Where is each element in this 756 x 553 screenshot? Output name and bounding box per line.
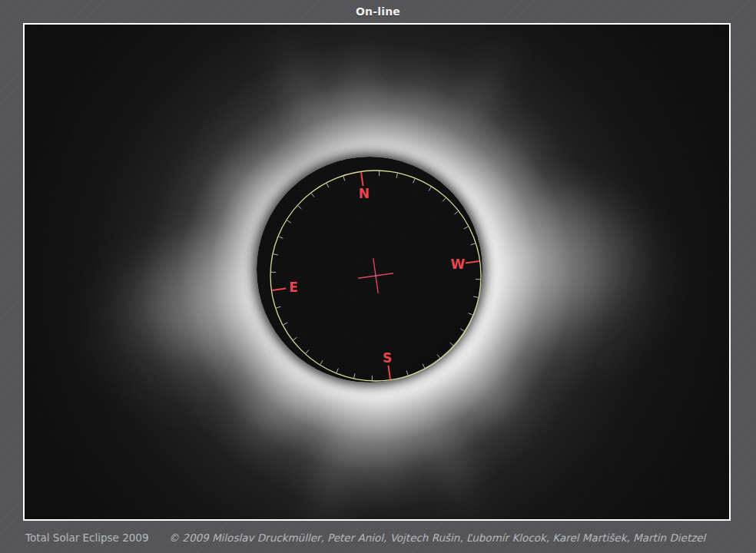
tick-mark xyxy=(354,373,355,378)
tick-mark xyxy=(293,337,297,340)
corona-streamer xyxy=(331,48,478,287)
compass-label-n: N xyxy=(359,186,370,201)
tick-mark xyxy=(278,237,283,238)
tick-mark xyxy=(423,364,425,369)
compass-ticks xyxy=(271,171,481,381)
corona-streamer xyxy=(54,196,323,442)
compass-label-w: W xyxy=(451,257,466,272)
compass-overlay: NWES xyxy=(25,25,729,519)
tick-mark xyxy=(306,350,309,354)
title-bar: On-line xyxy=(0,0,756,23)
cardinal-tick xyxy=(361,172,363,186)
status-bar: Total Solar Eclipse 2009 © 2009 Miloslav… xyxy=(25,522,741,553)
tick-mark xyxy=(469,313,473,315)
tick-mark xyxy=(413,178,415,183)
corona-streamer xyxy=(310,270,449,505)
vignette xyxy=(25,25,729,519)
corona-streamer xyxy=(193,234,426,487)
tick-mark xyxy=(273,254,277,255)
moon-disk xyxy=(257,157,482,382)
tick-mark xyxy=(320,360,323,365)
compass-cardinals: NWES xyxy=(272,172,479,379)
corona-streamer xyxy=(379,343,505,521)
cross-line xyxy=(358,273,393,278)
tick-mark xyxy=(454,211,458,214)
tick-mark xyxy=(471,243,476,245)
tick-mark xyxy=(283,323,287,325)
tick-mark xyxy=(298,206,302,209)
tick-mark xyxy=(464,227,469,229)
corona-streamer xyxy=(321,156,659,376)
corona-streamer xyxy=(284,359,390,521)
tick-mark xyxy=(460,329,465,331)
corona-streamer xyxy=(329,87,577,326)
tick-mark xyxy=(443,198,446,202)
tick-mark xyxy=(406,371,408,376)
corona-streamer xyxy=(445,161,691,391)
cardinal-tick xyxy=(388,366,390,379)
tick-mark xyxy=(311,193,314,197)
corona-streamer xyxy=(335,235,563,463)
corona-streamer xyxy=(247,23,373,209)
film-grain xyxy=(25,25,729,519)
tick-mark xyxy=(343,176,345,180)
window-title: On-line xyxy=(356,5,400,18)
tick-mark xyxy=(429,187,431,191)
limb-circle xyxy=(270,171,481,381)
tick-mark xyxy=(276,306,280,308)
tick-mark xyxy=(473,296,478,297)
tick-mark xyxy=(337,369,338,373)
tick-mark xyxy=(437,354,440,358)
cardinal-tick xyxy=(466,261,479,263)
cross-center-dot xyxy=(375,275,377,277)
application-window: On-line NWES Total Solar Eclipse 2009 © … xyxy=(0,0,756,553)
compass-label-e: E xyxy=(289,280,298,295)
corona-streamer xyxy=(306,41,426,280)
corona-glow xyxy=(23,23,731,521)
corona-streamers xyxy=(25,25,729,519)
tick-mark xyxy=(396,173,397,177)
eclipse-image-frame: NWES xyxy=(23,23,731,521)
tick-mark xyxy=(327,183,329,187)
center-cross xyxy=(358,258,393,293)
status-credit: © 2009 Miloslav Druckmüller, Peter Aniol… xyxy=(169,531,706,544)
compass-label-s: S xyxy=(383,350,392,366)
corona-streamer xyxy=(105,188,418,396)
cardinal-tick xyxy=(272,288,286,290)
tick-mark xyxy=(450,343,454,346)
corona-streamer xyxy=(384,23,544,227)
tick-mark xyxy=(287,220,291,223)
corona-streamer xyxy=(177,125,399,316)
cross-line xyxy=(373,258,378,293)
status-title: Total Solar Eclipse 2009 xyxy=(25,531,149,544)
